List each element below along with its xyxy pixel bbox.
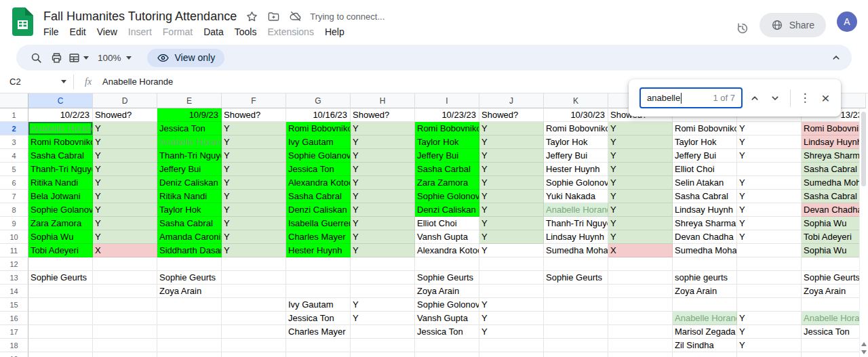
column-header-G[interactable]: G <box>286 93 351 108</box>
cell-N8[interactable]: Y <box>737 203 802 217</box>
cell-O14[interactable]: Zoya Arain <box>802 285 866 298</box>
cell-I14[interactable]: Zoya Arain <box>415 285 479 298</box>
cell-D5[interactable]: Y <box>93 163 157 176</box>
cell-I5[interactable]: Sasha Carbal <box>415 163 479 176</box>
cell-F7[interactable]: Y <box>222 190 286 203</box>
menu-extensions[interactable]: Extensions <box>262 24 319 40</box>
find-next-button[interactable] <box>766 89 783 107</box>
cell-E1[interactable]: 10/9/23 <box>157 108 222 122</box>
cell-D17[interactable] <box>93 325 157 339</box>
cell-G2[interactable]: Romi Bobovniko <box>286 122 351 135</box>
menu-help[interactable]: Help <box>319 24 350 40</box>
cell-H13[interactable] <box>351 271 415 285</box>
cell-I8[interactable]: Denzi Caliskan <box>415 203 479 217</box>
cell-D12[interactable] <box>93 257 157 271</box>
cell-E19[interactable] <box>157 352 222 357</box>
cell-J15[interactable]: Y <box>479 298 544 312</box>
cell-E9[interactable]: Sasha Cabral <box>157 217 222 230</box>
sheets-logo-icon[interactable] <box>12 7 33 36</box>
cell-J7[interactable]: Y <box>479 190 544 203</box>
cell-F15[interactable] <box>222 298 286 312</box>
cell-C2[interactable]: Anabelle Horande <box>28 122 93 135</box>
cell-E2[interactable]: Jessica Ton <box>157 122 222 135</box>
cell-D9[interactable]: Y <box>93 217 157 230</box>
cell-C19[interactable] <box>28 352 93 357</box>
cell-F9[interactable]: Y <box>222 217 286 230</box>
cell-H17[interactable] <box>351 325 415 339</box>
row-header-14[interactable]: 14 <box>0 285 28 298</box>
cell-D3[interactable]: Y <box>93 135 157 149</box>
cell-H1[interactable]: Showed? <box>351 108 415 122</box>
cell-C17[interactable] <box>28 325 93 339</box>
cell-F11[interactable]: Y <box>222 244 286 257</box>
cell-O3[interactable]: Lindsay Huynh <box>802 135 866 149</box>
cell-K5[interactable]: Hester Huynh <box>544 163 608 176</box>
cell-J16[interactable]: Y <box>479 312 544 325</box>
menu-file[interactable]: File <box>38 24 64 40</box>
cell-L18[interactable] <box>608 339 673 352</box>
menu-view[interactable]: View <box>92 24 123 40</box>
cell-D7[interactable]: Y <box>93 190 157 203</box>
cell-M10[interactable]: Devan Chadha <box>673 230 737 244</box>
cell-H16[interactable]: Y <box>351 312 415 325</box>
cell-I9[interactable]: Elliot Choi <box>415 217 479 230</box>
cell-J19[interactable] <box>479 352 544 357</box>
cell-C8[interactable]: Sophie Golanov <box>28 203 93 217</box>
cell-C11[interactable]: Tobi Adeyeri <box>28 244 93 257</box>
cell-O2[interactable]: Romi Bobovniko <box>802 122 866 135</box>
cell-N14[interactable] <box>737 285 802 298</box>
cell-I11[interactable]: Alexandra Kotoc <box>415 244 479 257</box>
cell-M17[interactable]: Marisol Zegada <box>673 325 737 339</box>
search-icon[interactable] <box>26 47 46 68</box>
cell-D1[interactable]: Showed? <box>93 108 157 122</box>
cell-J8[interactable]: Y <box>479 203 544 217</box>
cell-F2[interactable]: Y <box>222 122 286 135</box>
cell-F13[interactable] <box>222 271 286 285</box>
cell-L16[interactable] <box>608 312 673 325</box>
column-header-F[interactable]: F <box>222 93 286 108</box>
row-header-5[interactable]: 5 <box>0 163 28 176</box>
cell-F4[interactable]: Y <box>222 149 286 163</box>
format-table-control[interactable] <box>66 47 89 68</box>
cell-G11[interactable]: Hester Huynh <box>286 244 351 257</box>
cell-O16[interactable]: Anabelle Horande <box>802 312 866 325</box>
cell-K1[interactable]: 10/30/23 <box>544 108 608 122</box>
move-folder-icon[interactable] <box>267 10 280 23</box>
view-only-chip[interactable]: View only <box>147 49 225 67</box>
cell-E11[interactable]: Siddharth Dasar <box>157 244 222 257</box>
row-header-10[interactable]: 10 <box>0 230 28 244</box>
cell-L4[interactable]: Y <box>608 149 673 163</box>
cell-G13[interactable] <box>286 271 351 285</box>
cell-N16[interactable]: Y <box>737 312 802 325</box>
cell-L19[interactable] <box>608 352 673 357</box>
cell-L15[interactable] <box>608 298 673 312</box>
cell-J1[interactable]: Showed? <box>479 108 544 122</box>
cell-I16[interactable]: Vansh Gupta <box>415 312 479 325</box>
row-header-7[interactable]: 7 <box>0 190 28 203</box>
cell-J5[interactable]: Y <box>479 163 544 176</box>
cell-K11[interactable]: Sumedha Mohanty <box>544 244 608 257</box>
row-header-12[interactable]: 12 <box>0 257 28 271</box>
cell-E5[interactable]: Jeffery Bui <box>157 163 222 176</box>
more-options-icon[interactable]: ⋮ <box>796 89 813 107</box>
cell-E12[interactable] <box>157 257 222 271</box>
find-previous-button[interactable] <box>746 89 763 107</box>
cell-K7[interactable]: Yuki Nakada <box>544 190 608 203</box>
cell-L14[interactable] <box>608 285 673 298</box>
cell-G3[interactable]: Ivy Gautam <box>286 135 351 149</box>
cell-M12[interactable] <box>673 257 737 271</box>
cell-M3[interactable]: Taylor Hok <box>673 135 737 149</box>
cell-D8[interactable]: Y <box>93 203 157 217</box>
cell-F1[interactable]: Showed? <box>222 108 286 122</box>
column-header-E[interactable]: E <box>157 93 222 108</box>
cell-D18[interactable] <box>93 339 157 352</box>
cell-G7[interactable]: Sasha Cabral <box>286 190 351 203</box>
cell-L8[interactable]: Y <box>608 203 673 217</box>
hide-menus-icon[interactable] <box>830 51 842 64</box>
cell-I6[interactable]: Zara Zamora <box>415 176 479 190</box>
cell-O13[interactable]: Sophie Geurts <box>802 271 866 285</box>
cell-K12[interactable] <box>544 257 608 271</box>
formula-input[interactable]: Anabelle Horande <box>102 77 173 87</box>
cell-K9[interactable]: Thanh-Tri Nguye <box>544 217 608 230</box>
menu-format[interactable]: Format <box>157 24 198 40</box>
